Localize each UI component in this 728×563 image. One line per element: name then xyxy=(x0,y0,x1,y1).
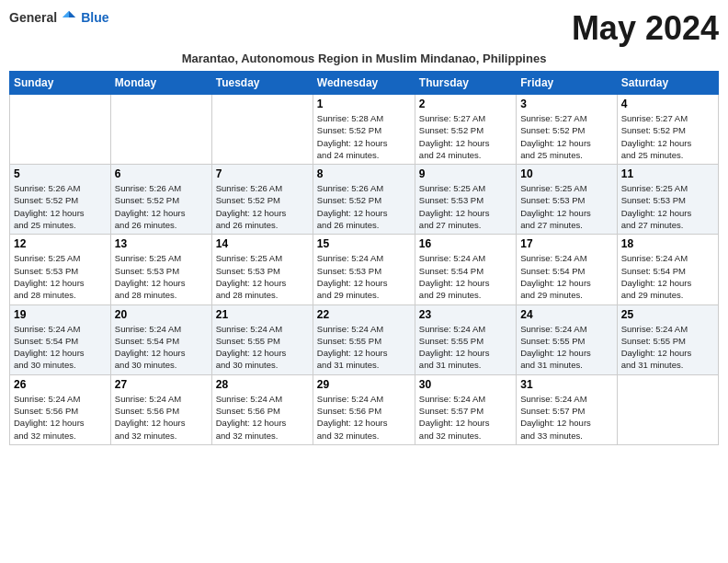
calendar-cell: 6Sunrise: 5:26 AMSunset: 5:52 PMDaylight… xyxy=(110,165,211,235)
calendar-cell: 19Sunrise: 5:24 AMSunset: 5:54 PMDayligh… xyxy=(10,304,111,374)
day-number: 5 xyxy=(14,167,107,180)
day-number: 18 xyxy=(621,237,714,250)
calendar-cell: 4Sunrise: 5:27 AMSunset: 5:52 PMDaylight… xyxy=(617,95,718,165)
header-row: Sunday Monday Tuesday Wednesday Thursday… xyxy=(10,72,719,95)
calendar-cell: 3Sunrise: 5:27 AMSunset: 5:52 PMDaylight… xyxy=(517,95,617,165)
calendar-cell: 15Sunrise: 5:24 AMSunset: 5:53 PMDayligh… xyxy=(313,235,415,304)
calendar-cell: 20Sunrise: 5:24 AMSunset: 5:54 PMDayligh… xyxy=(110,304,211,374)
day-info: Sunrise: 5:26 AMSunset: 5:52 PMDaylight:… xyxy=(317,182,411,231)
header-thursday: Thursday xyxy=(415,72,516,95)
day-number: 7 xyxy=(216,167,309,180)
day-number: 23 xyxy=(419,308,512,321)
day-number: 11 xyxy=(621,167,714,180)
logo-icon xyxy=(61,9,77,26)
day-number: 2 xyxy=(419,98,512,110)
calendar-cell: 10Sunrise: 5:25 AMSunset: 5:53 PMDayligh… xyxy=(517,165,617,235)
calendar-cell: 29Sunrise: 5:24 AMSunset: 5:56 PMDayligh… xyxy=(313,374,415,444)
calendar-subtitle: Marantao, Autonomous Region in Muslim Mi… xyxy=(9,52,719,65)
calendar-week-1: 1Sunrise: 5:28 AMSunset: 5:52 PMDaylight… xyxy=(10,95,719,165)
day-info: Sunrise: 5:24 AMSunset: 5:57 PMDaylight:… xyxy=(419,393,512,442)
day-number: 4 xyxy=(621,98,714,110)
day-info: Sunrise: 5:27 AMSunset: 5:52 PMDaylight:… xyxy=(621,112,714,161)
calendar-cell: 23Sunrise: 5:24 AMSunset: 5:55 PMDayligh… xyxy=(415,304,516,374)
day-info: Sunrise: 5:24 AMSunset: 5:54 PMDaylight:… xyxy=(520,252,612,301)
day-number: 22 xyxy=(317,308,411,321)
day-number: 31 xyxy=(520,378,612,391)
day-info: Sunrise: 5:25 AMSunset: 5:53 PMDaylight:… xyxy=(14,252,107,301)
day-info: Sunrise: 5:24 AMSunset: 5:56 PMDaylight:… xyxy=(317,393,411,442)
day-number: 25 xyxy=(621,308,714,321)
calendar-cell: 30Sunrise: 5:24 AMSunset: 5:57 PMDayligh… xyxy=(415,374,516,444)
day-number: 30 xyxy=(419,378,512,391)
day-number: 9 xyxy=(419,167,512,180)
calendar-cell: 13Sunrise: 5:25 AMSunset: 5:53 PMDayligh… xyxy=(110,235,211,304)
calendar-cell: 21Sunrise: 5:24 AMSunset: 5:55 PMDayligh… xyxy=(211,304,313,374)
day-info: Sunrise: 5:24 AMSunset: 5:55 PMDaylight:… xyxy=(216,323,309,372)
header-sunday: Sunday xyxy=(10,72,111,95)
svg-marker-0 xyxy=(69,11,75,17)
day-info: Sunrise: 5:26 AMSunset: 5:52 PMDaylight:… xyxy=(115,182,208,231)
calendar-cell: 26Sunrise: 5:24 AMSunset: 5:56 PMDayligh… xyxy=(10,374,111,444)
header-tuesday: Tuesday xyxy=(211,72,313,95)
day-number: 3 xyxy=(520,98,612,110)
day-info: Sunrise: 5:24 AMSunset: 5:55 PMDaylight:… xyxy=(419,323,512,372)
day-info: Sunrise: 5:24 AMSunset: 5:54 PMDaylight:… xyxy=(419,252,512,301)
calendar-cell: 27Sunrise: 5:24 AMSunset: 5:56 PMDayligh… xyxy=(110,374,211,444)
header-friday: Friday xyxy=(517,72,617,95)
svg-marker-1 xyxy=(63,11,69,17)
calendar-cell: 16Sunrise: 5:24 AMSunset: 5:54 PMDayligh… xyxy=(415,235,516,304)
calendar-week-5: 26Sunrise: 5:24 AMSunset: 5:56 PMDayligh… xyxy=(10,374,719,444)
calendar-week-2: 5Sunrise: 5:26 AMSunset: 5:52 PMDaylight… xyxy=(10,165,719,235)
calendar-week-4: 19Sunrise: 5:24 AMSunset: 5:54 PMDayligh… xyxy=(10,304,719,374)
calendar-cell xyxy=(10,95,111,165)
calendar-cell: 1Sunrise: 5:28 AMSunset: 5:52 PMDaylight… xyxy=(313,95,415,165)
calendar-cell: 8Sunrise: 5:26 AMSunset: 5:52 PMDaylight… xyxy=(313,165,415,235)
calendar-cell: 2Sunrise: 5:27 AMSunset: 5:52 PMDaylight… xyxy=(415,95,516,165)
calendar-cell: 9Sunrise: 5:25 AMSunset: 5:53 PMDaylight… xyxy=(415,165,516,235)
day-number: 15 xyxy=(317,237,411,250)
logo: General Blue xyxy=(9,9,108,26)
calendar-cell: 31Sunrise: 5:24 AMSunset: 5:57 PMDayligh… xyxy=(517,374,617,444)
day-info: Sunrise: 5:24 AMSunset: 5:56 PMDaylight:… xyxy=(115,393,208,442)
day-number: 6 xyxy=(115,167,208,180)
day-number: 26 xyxy=(14,378,107,391)
day-number: 28 xyxy=(216,378,309,391)
day-number: 20 xyxy=(115,308,208,321)
logo-general: General xyxy=(9,10,57,25)
day-info: Sunrise: 5:24 AMSunset: 5:56 PMDaylight:… xyxy=(216,393,309,442)
day-info: Sunrise: 5:24 AMSunset: 5:55 PMDaylight:… xyxy=(621,323,714,372)
calendar-cell xyxy=(211,95,313,165)
day-number: 1 xyxy=(317,98,411,110)
day-info: Sunrise: 5:25 AMSunset: 5:53 PMDaylight:… xyxy=(115,252,208,301)
day-info: Sunrise: 5:25 AMSunset: 5:53 PMDaylight:… xyxy=(419,182,512,231)
day-number: 14 xyxy=(216,237,309,250)
day-info: Sunrise: 5:24 AMSunset: 5:54 PMDaylight:… xyxy=(621,252,714,301)
calendar-cell: 7Sunrise: 5:26 AMSunset: 5:52 PMDaylight… xyxy=(211,165,313,235)
calendar-cell: 14Sunrise: 5:25 AMSunset: 5:53 PMDayligh… xyxy=(211,235,313,304)
day-info: Sunrise: 5:24 AMSunset: 5:54 PMDaylight:… xyxy=(14,323,107,372)
day-number: 24 xyxy=(520,308,612,321)
day-number: 21 xyxy=(216,308,309,321)
calendar-cell: 17Sunrise: 5:24 AMSunset: 5:54 PMDayligh… xyxy=(517,235,617,304)
day-info: Sunrise: 5:24 AMSunset: 5:55 PMDaylight:… xyxy=(520,323,612,372)
day-number: 19 xyxy=(14,308,107,321)
day-number: 27 xyxy=(115,378,208,391)
day-number: 12 xyxy=(14,237,107,250)
calendar-cell xyxy=(617,374,718,444)
page-header: General Blue May 2024 xyxy=(9,9,719,48)
day-info: Sunrise: 5:24 AMSunset: 5:57 PMDaylight:… xyxy=(520,393,612,442)
day-number: 29 xyxy=(317,378,411,391)
day-number: 10 xyxy=(520,167,612,180)
day-info: Sunrise: 5:27 AMSunset: 5:52 PMDaylight:… xyxy=(520,112,612,161)
calendar-body: 1Sunrise: 5:28 AMSunset: 5:52 PMDaylight… xyxy=(10,95,719,445)
day-info: Sunrise: 5:26 AMSunset: 5:52 PMDaylight:… xyxy=(14,182,107,231)
header-saturday: Saturday xyxy=(617,72,718,95)
day-info: Sunrise: 5:28 AMSunset: 5:52 PMDaylight:… xyxy=(317,112,411,161)
day-info: Sunrise: 5:25 AMSunset: 5:53 PMDaylight:… xyxy=(520,182,612,231)
calendar-cell: 28Sunrise: 5:24 AMSunset: 5:56 PMDayligh… xyxy=(211,374,313,444)
day-number: 13 xyxy=(115,237,208,250)
logo-blue: Blue xyxy=(81,10,108,25)
day-number: 17 xyxy=(520,237,612,250)
calendar-cell: 5Sunrise: 5:26 AMSunset: 5:52 PMDaylight… xyxy=(10,165,111,235)
day-info: Sunrise: 5:27 AMSunset: 5:52 PMDaylight:… xyxy=(419,112,512,161)
